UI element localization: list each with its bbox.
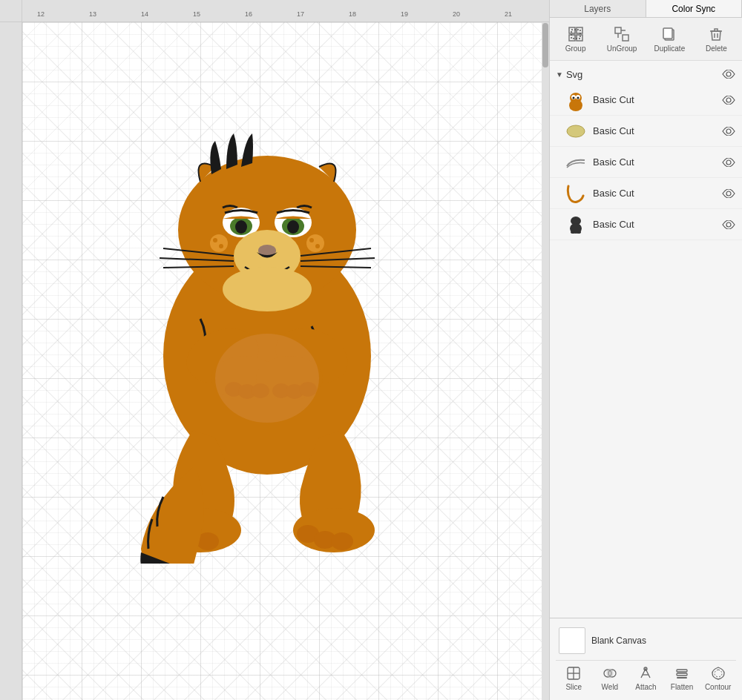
layer-row[interactable]: Basic Cut [550, 178, 742, 209]
contour-label: Contour [705, 683, 732, 691]
svg-rect-81 [677, 670, 687, 672]
layer-name-1: Basic Cut [593, 94, 715, 105]
layer-visibility-3[interactable] [721, 155, 736, 170]
svg-point-38 [213, 238, 217, 242]
svg-point-55 [726, 72, 731, 76]
svg-point-57 [569, 99, 582, 111]
panel-tabs: Layers Color Sync [550, 0, 742, 18]
group-button[interactable]: Group [557, 22, 594, 56]
attach-label: Attach [635, 683, 656, 691]
attach-button[interactable]: Attach [631, 665, 660, 691]
ruler-left [0, 22, 22, 700]
svg-point-64 [726, 98, 731, 102]
svg-point-36 [210, 234, 228, 252]
layer-thumbnail-5 [565, 214, 587, 236]
ruler-mark: 21 [505, 10, 512, 18]
layer-name-2: Basic Cut [593, 125, 715, 136]
duplicate-icon [660, 25, 678, 43]
slice-label: Slice [565, 683, 582, 691]
blank-canvas-thumbnail [559, 627, 585, 654]
tab-color-sync[interactable]: Color Sync [646, 0, 743, 17]
expand-arrow: ▼ [556, 70, 563, 79]
group-label: Group [565, 44, 586, 53]
blank-canvas-row[interactable]: Blank Canvas [556, 624, 736, 657]
weld-label: Weld [602, 683, 619, 691]
panel-bottom: Blank Canvas Slice [550, 618, 742, 700]
ruler-mark: 20 [453, 10, 460, 18]
panel-toolbar: Group UnGroup Duplicate [550, 18, 742, 61]
scrollbar-thumb[interactable] [542, 23, 548, 67]
ruler-mark: 12 [37, 10, 45, 18]
ungroup-icon [613, 25, 631, 43]
svg-group-row[interactable]: ▼ Svg [550, 64, 742, 85]
svg-rect-82 [677, 673, 687, 676]
weld-button[interactable]: Weld [595, 665, 625, 691]
weld-icon [602, 665, 618, 681]
layer-thumbnail-3 [565, 151, 587, 174]
layer-name-3: Basic Cut [593, 156, 715, 168]
ruler-mark: 13 [89, 10, 96, 18]
contour-button[interactable]: Contour [703, 665, 733, 691]
delete-button[interactable]: Delete [697, 22, 735, 56]
svg-point-74 [726, 222, 731, 227]
ruler-corner [0, 0, 22, 22]
svg-group-label: Svg [566, 69, 718, 80]
layer-visibility-5[interactable] [721, 217, 736, 232]
svg-point-40 [309, 238, 314, 242]
tab-layers[interactable]: Layers [550, 0, 646, 17]
duplicate-label: Duplicate [654, 44, 686, 53]
ungroup-button[interactable]: UnGroup [603, 22, 642, 56]
flatten-label: Flatten [671, 683, 694, 691]
ruler-mark: 18 [349, 10, 356, 18]
slice-icon [565, 665, 582, 681]
layer-row[interactable]: Basic Cut [550, 85, 742, 116]
layer-visibility-4[interactable] [721, 186, 736, 201]
svg-rect-48 [623, 35, 628, 41]
ungroup-label: UnGroup [607, 44, 637, 53]
ruler-mark: 15 [193, 10, 200, 18]
ruler-mark: 17 [297, 10, 304, 18]
layer-row[interactable]: Basic Cut [550, 209, 742, 240]
svg-point-73 [577, 231, 581, 234]
layer-visibility-1[interactable] [721, 93, 736, 108]
panel-footer-buttons: Slice Weld [556, 660, 736, 694]
svg-point-35 [331, 532, 353, 550]
canvas-scrollbar[interactable] [542, 22, 549, 700]
svg-point-7 [287, 220, 299, 234]
svg-point-58 [570, 105, 576, 110]
layer-row[interactable]: Basic Cut [550, 116, 742, 147]
slice-button[interactable]: Slice [559, 665, 588, 691]
attach-icon [637, 665, 654, 681]
layers-section: ▼ Svg [550, 61, 742, 618]
flatten-icon [674, 665, 690, 681]
contour-icon [710, 665, 726, 681]
delete-label: Delete [706, 44, 727, 53]
svg-rect-47 [615, 27, 621, 33]
canvas-area: 12 13 14 15 16 17 18 19 20 21 [0, 0, 549, 700]
layer-name-5: Basic Cut [593, 219, 715, 230]
svg-rect-46 [571, 30, 580, 39]
ruler-mark: 19 [401, 10, 408, 18]
duplicate-button[interactable]: Duplicate [650, 22, 690, 56]
svg-point-68 [726, 160, 731, 165]
layer-thumbnail-1 [565, 89, 587, 111]
svg-point-67 [726, 129, 731, 133]
canvas-grid[interactable] [22, 22, 549, 700]
layer-name-4: Basic Cut [593, 188, 715, 199]
svg-point-63 [577, 96, 580, 99]
ruler-top: 12 13 14 15 16 17 18 19 20 21 [0, 0, 549, 22]
svg-point-6 [235, 220, 247, 234]
group-icon [567, 25, 585, 43]
svg-point-62 [573, 96, 575, 99]
svg-point-59 [576, 105, 582, 110]
svg-point-27 [215, 334, 319, 423]
svg-visibility-icon[interactable] [721, 67, 736, 82]
layer-row[interactable]: Basic Cut [550, 147, 742, 178]
flatten-button[interactable]: Flatten [667, 665, 697, 691]
layer-visibility-2[interactable] [721, 124, 736, 139]
svg-point-41 [315, 244, 320, 248]
svg-point-37 [306, 234, 324, 252]
ruler-mark: 16 [245, 10, 252, 18]
layer-thumbnail-2 [565, 120, 587, 142]
svg-point-72 [571, 231, 575, 234]
